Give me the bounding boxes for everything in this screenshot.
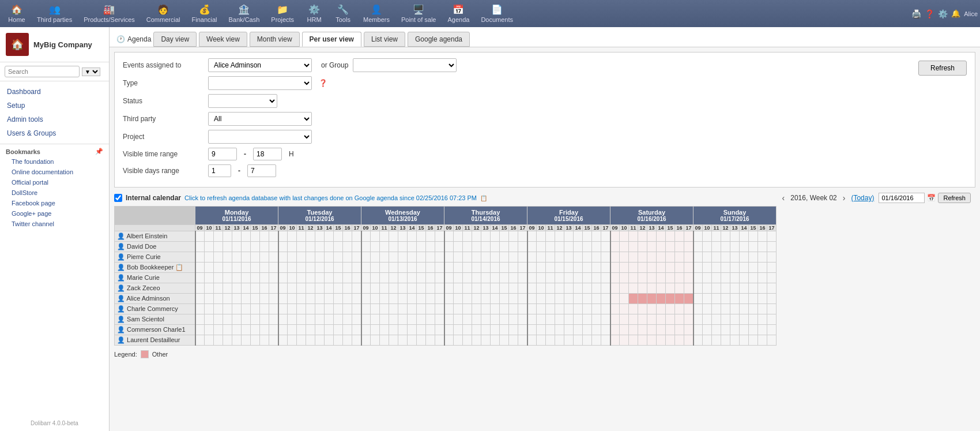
time-cell[interactable]: [564, 335, 574, 346]
nav-agenda[interactable]: 📅 Agenda: [442, 2, 475, 25]
time-cell[interactable]: [260, 314, 269, 325]
time-cell[interactable]: [297, 231, 306, 242]
time-cell[interactable]: [371, 283, 380, 294]
time-cell[interactable]: [352, 263, 361, 273]
time-cell[interactable]: [721, 314, 730, 325]
time-cell[interactable]: [195, 314, 205, 325]
time-cell[interactable]: [712, 283, 721, 294]
time-cell[interactable]: [629, 335, 638, 346]
time-cell[interactable]: [269, 314, 278, 325]
time-cell[interactable]: [352, 314, 361, 325]
time-cell[interactable]: [444, 283, 454, 294]
time-cell[interactable]: [352, 273, 361, 283]
nav-third-parties[interactable]: 👥 Third parties: [31, 2, 78, 25]
time-cell[interactable]: [518, 304, 527, 314]
time-cell[interactable]: [527, 283, 537, 294]
time-cell[interactable]: [408, 314, 417, 325]
time-cell[interactable]: [620, 231, 629, 242]
days-start-input[interactable]: [208, 164, 231, 177]
time-cell[interactable]: [343, 231, 352, 242]
time-cell[interactable]: [214, 252, 223, 263]
time-cell[interactable]: [454, 294, 463, 304]
time-cell[interactable]: [657, 283, 666, 294]
time-cell[interactable]: [703, 314, 712, 325]
time-cell[interactable]: [574, 335, 583, 346]
time-cell[interactable]: [629, 304, 638, 314]
time-cell[interactable]: [343, 283, 352, 294]
time-cell[interactable]: [666, 294, 675, 304]
time-cell[interactable]: [675, 283, 684, 294]
sidebar-item-dashboard[interactable]: Dashboard: [0, 85, 109, 99]
time-cell[interactable]: [380, 242, 389, 252]
time-cell[interactable]: [629, 242, 638, 252]
time-cell[interactable]: [500, 263, 509, 273]
time-cell[interactable]: [315, 304, 325, 314]
time-cell[interactable]: [232, 325, 242, 335]
time-cell[interactable]: [647, 273, 657, 283]
time-cell[interactable]: [638, 294, 647, 304]
time-cell[interactable]: [205, 304, 214, 314]
bookmark-twitter[interactable]: Twitter channel: [0, 219, 109, 229]
time-cell[interactable]: [343, 242, 352, 252]
time-cell[interactable]: [647, 314, 657, 325]
time-cell[interactable]: [703, 263, 712, 273]
time-cell[interactable]: [251, 294, 260, 304]
time-cell[interactable]: [334, 231, 343, 242]
nav-home[interactable]: 🏠 Home: [2, 2, 31, 25]
time-cell[interactable]: [555, 252, 564, 263]
cal-next-arrow[interactable]: ›: [840, 192, 848, 204]
time-cell[interactable]: [417, 314, 426, 325]
time-cell[interactable]: [657, 304, 666, 314]
time-cell[interactable]: [555, 294, 564, 304]
time-cell[interactable]: [325, 283, 334, 294]
time-cell[interactable]: [740, 273, 749, 283]
time-cell[interactable]: [408, 242, 417, 252]
time-cell[interactable]: [205, 335, 214, 346]
time-cell[interactable]: [260, 273, 269, 283]
time-cell[interactable]: [408, 231, 417, 242]
time-cell[interactable]: [610, 283, 620, 294]
time-cell[interactable]: [758, 231, 767, 242]
time-cell[interactable]: [730, 242, 740, 252]
time-cell[interactable]: [408, 304, 417, 314]
time-cell[interactable]: [666, 304, 675, 314]
time-cell[interactable]: [297, 273, 306, 283]
time-cell[interactable]: [546, 304, 555, 314]
time-cell[interactable]: [242, 335, 251, 346]
time-cell[interactable]: [435, 263, 444, 273]
time-cell[interactable]: [693, 231, 703, 242]
time-cell[interactable]: [574, 252, 583, 263]
time-cell[interactable]: [666, 231, 675, 242]
time-cell[interactable]: [352, 294, 361, 304]
time-cell[interactable]: [389, 325, 398, 335]
time-cell[interactable]: [306, 231, 315, 242]
time-cell[interactable]: [232, 304, 242, 314]
time-cell[interactable]: [205, 263, 214, 273]
time-cell[interactable]: [537, 294, 546, 304]
time-cell[interactable]: [740, 294, 749, 304]
time-cell[interactable]: [315, 231, 325, 242]
time-cell[interactable]: [205, 252, 214, 263]
time-cell[interactable]: [730, 335, 740, 346]
time-cell[interactable]: [444, 242, 454, 252]
time-cell[interactable]: [657, 252, 666, 263]
time-cell[interactable]: [647, 294, 657, 304]
time-cell[interactable]: [408, 273, 417, 283]
time-cell[interactable]: [509, 263, 518, 273]
time-cell[interactable]: [730, 273, 740, 283]
time-cell[interactable]: [620, 335, 629, 346]
time-cell[interactable]: [740, 304, 749, 314]
time-cell[interactable]: [325, 252, 334, 263]
time-cell[interactable]: [491, 231, 500, 242]
time-cell[interactable]: [223, 242, 232, 252]
time-cell[interactable]: [361, 314, 371, 325]
time-cell[interactable]: [666, 335, 675, 346]
time-cell[interactable]: [223, 335, 232, 346]
time-cell[interactable]: [491, 314, 500, 325]
time-cell[interactable]: [601, 242, 610, 252]
time-cell[interactable]: [343, 304, 352, 314]
time-cell[interactable]: [712, 335, 721, 346]
time-cell[interactable]: [472, 283, 481, 294]
time-cell[interactable]: [730, 263, 740, 273]
time-cell[interactable]: [389, 231, 398, 242]
